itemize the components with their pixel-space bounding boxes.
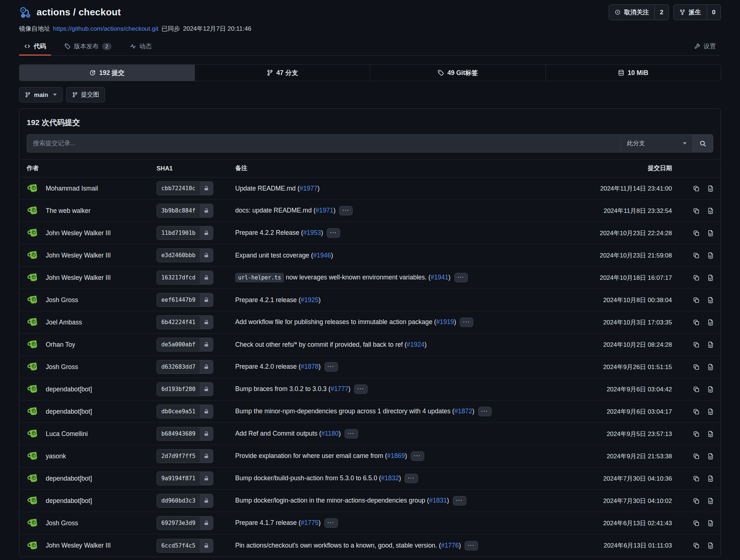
avatar[interactable] (27, 204, 41, 218)
mirror-url-link[interactable]: https://github.com/actions/checkout.git (53, 25, 158, 33)
copy-sha-button[interactable] (693, 520, 700, 527)
forks-count[interactable]: 0 (707, 5, 721, 20)
expand-commit-body-button[interactable]: ··· (324, 518, 338, 528)
commit-message[interactable]: Check out other refs/* by commit if prov… (235, 341, 562, 349)
browse-source-button[interactable] (707, 252, 714, 259)
issue-link[interactable]: #1971 (316, 207, 334, 214)
issue-link[interactable]: #1878 (301, 363, 319, 370)
sha-badge[interactable]: db0cee9a51 (157, 405, 213, 418)
branch-selector[interactable]: main (19, 87, 63, 102)
commit-message[interactable]: Bump braces from 3.0.2 to 3.0.3 (#1777)·… (235, 384, 562, 394)
tab-settings[interactable]: 设置 (689, 37, 721, 55)
issue-link[interactable]: #1831 (429, 497, 447, 504)
expand-commit-body-button[interactable]: ··· (453, 496, 466, 505)
commit-message[interactable]: Expand unit test coverage (#1946) (235, 252, 562, 259)
commit-message[interactable]: Add Ref and Commit outputs (#1180)··· (235, 429, 562, 439)
sha-badge[interactable]: dd960bd3c3 (157, 494, 213, 508)
commit-author[interactable]: dependabot[bot] (46, 497, 92, 505)
browse-source-button[interactable] (707, 319, 714, 326)
issue-link[interactable]: #1946 (313, 252, 331, 259)
avatar[interactable] (27, 226, 41, 240)
tab-activity[interactable]: 动态 (125, 37, 157, 55)
commit-message[interactable]: Provide explanation for where user email… (235, 451, 562, 461)
commit-message[interactable]: Prepare 4.2.1 release (#1925) (235, 296, 562, 304)
search-button[interactable] (692, 135, 713, 152)
commit-author[interactable]: John Wesley Walker III (46, 252, 111, 259)
avatar[interactable] (27, 248, 41, 262)
commit-author[interactable]: dependabot[bot] (46, 386, 92, 393)
sha-badge[interactable]: e3d2460bbb (157, 248, 213, 262)
copy-sha-button[interactable] (693, 475, 700, 482)
tab-code[interactable]: 代码 (19, 37, 51, 55)
avatar[interactable] (27, 181, 41, 195)
expand-commit-body-button[interactable]: ··· (339, 206, 353, 215)
commit-message[interactable]: url-helper.ts now leverages well-known e… (235, 273, 562, 282)
stat-tags[interactable]: 49 Git标签 (370, 65, 546, 81)
issue-link[interactable]: #1919 (436, 318, 454, 326)
avatar[interactable] (27, 516, 41, 530)
avatar[interactable] (27, 360, 41, 374)
commit-author[interactable]: Joel Ambass (46, 319, 82, 326)
commit-author[interactable]: Luca Comellini (46, 430, 88, 438)
sha-badge[interactable]: 692973e3d9 (157, 516, 213, 530)
avatar[interactable] (27, 382, 41, 396)
avatar[interactable] (27, 405, 41, 418)
sha-badge[interactable]: 9a9194f871 (157, 471, 213, 485)
browse-source-button[interactable] (707, 386, 714, 393)
browse-source-button[interactable] (707, 497, 714, 504)
commit-author[interactable]: Josh Gross (46, 363, 78, 371)
browse-source-button[interactable] (707, 274, 714, 281)
sha-badge[interactable]: eef61447b9 (157, 293, 213, 307)
issue-link[interactable]: #1925 (301, 296, 319, 304)
issue-link[interactable]: #1872 (454, 407, 472, 415)
copy-sha-button[interactable] (693, 497, 700, 504)
browse-source-button[interactable] (707, 207, 714, 214)
commit-message[interactable]: Prepare 4.2.0 release (#1878)··· (235, 362, 562, 372)
browse-source-button[interactable] (707, 408, 714, 415)
avatar[interactable] (27, 427, 41, 441)
unwatch-button[interactable]: 取消关注 2 (609, 4, 669, 20)
expand-commit-body-button[interactable]: ··· (324, 362, 338, 372)
commit-message[interactable]: Prepare 4.1.7 release (#1775)··· (235, 518, 562, 528)
copy-sha-button[interactable] (693, 453, 700, 460)
avatar[interactable] (27, 449, 41, 463)
avatar[interactable] (27, 471, 41, 485)
browse-source-button[interactable] (707, 230, 714, 237)
copy-sha-button[interactable] (693, 297, 700, 304)
browse-source-button[interactable] (707, 542, 714, 549)
branch-filter-dropdown[interactable]: 此分支 (621, 135, 692, 152)
commit-author[interactable]: dependabot[bot] (46, 408, 92, 416)
sha-badge[interactable]: d632683dd7 (157, 360, 213, 374)
sha-badge[interactable]: 6b42224f41 (157, 315, 213, 329)
issue-link[interactable]: #1832 (381, 474, 399, 482)
sha-badge[interactable]: 3b9b8c884f (157, 204, 213, 218)
issue-link[interactable]: #1869 (387, 452, 405, 459)
browse-source-button[interactable] (707, 364, 714, 371)
browse-source-button[interactable] (707, 453, 714, 460)
browse-source-button[interactable] (707, 341, 714, 348)
avatar[interactable] (27, 539, 41, 553)
copy-sha-button[interactable] (693, 386, 700, 393)
browse-source-button[interactable] (707, 475, 714, 482)
commit-message[interactable]: Pin actions/checkout's own workflows to … (235, 541, 562, 550)
commit-message[interactable]: Bump the minor-npm-dependencies group ac… (235, 407, 562, 416)
commit-message[interactable]: Bump docker/build-push-action from 5.3.0… (235, 474, 562, 483)
issue-link[interactable]: #1941 (431, 274, 448, 281)
expand-commit-body-button[interactable]: ··· (327, 228, 340, 238)
sha-badge[interactable]: 6ccd57f4c5 (157, 539, 213, 553)
avatar[interactable] (27, 271, 41, 285)
stat-commits[interactable]: 192 提交 (19, 65, 195, 81)
commit-message[interactable]: Prepare 4.2.2 Release (#1953)··· (235, 228, 562, 238)
stat-branches[interactable]: 47 分支 (195, 65, 371, 81)
browse-source-button[interactable] (707, 520, 714, 527)
copy-sha-button[interactable] (693, 408, 700, 415)
expand-commit-body-button[interactable]: ··· (465, 541, 478, 550)
browse-source-button[interactable] (707, 185, 714, 192)
commit-message[interactable]: Bump docker/login-action in the minor-ac… (235, 496, 562, 505)
sha-badge[interactable]: de5a000abf (157, 338, 213, 352)
fork-button[interactable]: 派生 0 (673, 4, 721, 20)
sha-badge[interactable]: 6d193bf280 (157, 382, 213, 396)
expand-commit-body-button[interactable]: ··· (460, 317, 473, 327)
commit-graph-button[interactable]: 提交图 (66, 87, 105, 102)
expand-commit-body-button[interactable]: ··· (345, 429, 358, 439)
